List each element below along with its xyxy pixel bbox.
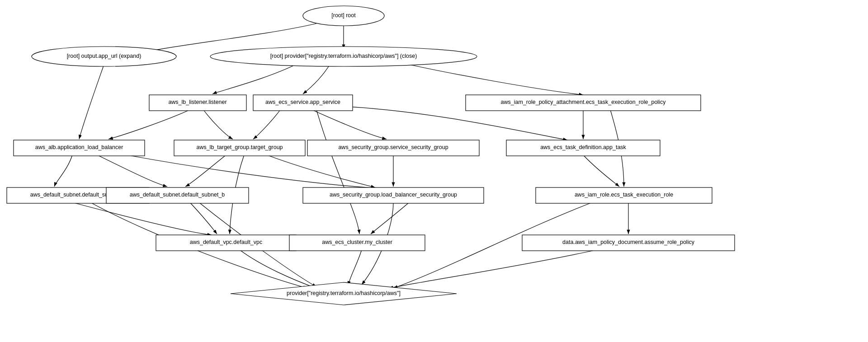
node-default-vpc: aws_default_vpc.default_vpc <box>156 235 296 251</box>
node-iam-role: aws_iam_role.ecs_task_execution_role <box>536 187 712 203</box>
dependency-graph: [root] root [root] output.app_url (expan… <box>0 0 868 342</box>
node-iam-attach-label: aws_iam_role_policy_attachment.ecs_task_… <box>501 99 666 105</box>
node-sg-lb: aws_security_group.load_balancer_securit… <box>303 187 484 203</box>
edge-ecs-service-target-group <box>253 110 280 139</box>
node-output-app-url: [root] output.app_url (expand) <box>32 47 176 66</box>
edge-subnet-a-vpc <box>72 202 212 235</box>
node-ecs-service-label: aws_ecs_service.app_service <box>265 99 340 105</box>
edge-assume-policy-provider <box>389 250 597 288</box>
node-provider-close-label: [root] provider["registry.terraform.io/h… <box>270 53 417 59</box>
node-task-def-label: aws_ecs_task_definition.app_task <box>540 144 626 150</box>
edge-lb-listener-alb <box>108 110 190 139</box>
edge-alb-subnet-b <box>97 155 167 187</box>
edge-vpc-provider <box>240 250 316 288</box>
node-default-subnet-b: aws_default_subnet.default_subnet_b <box>106 187 249 203</box>
node-sg-lb-label: aws_security_group.load_balancer_securit… <box>330 192 457 198</box>
node-ecs-task-def: aws_ecs_task_definition.app_task <box>506 140 660 156</box>
node-root: [root] root <box>303 6 384 26</box>
edge-alb-subnet-a <box>54 155 72 187</box>
node-iam-role-label: aws_iam_role.ecs_task_execution_role <box>575 192 673 198</box>
diagram-container: [root] root [root] output.app_url (expan… <box>0 0 868 342</box>
edge-output-alb <box>79 65 104 139</box>
node-aws-ecs-service: aws_ecs_service.app_service <box>253 95 353 111</box>
edge-subnet-b-vpc <box>190 202 217 234</box>
node-assume-role-policy: data.aws_iam_policy_document.assume_role… <box>522 235 735 251</box>
edge-task-def-iam-role <box>583 155 619 187</box>
node-aws-alb: aws_alb.application_load_balancer <box>14 140 145 156</box>
edge-sg-lb-cluster <box>371 202 409 234</box>
node-subnet-b-label: aws_default_subnet.default_subnet_b <box>130 192 225 198</box>
edge-provider-iam-policy-attach <box>393 61 583 95</box>
node-ecs-cluster: aws_ecs_cluster.my_cluster <box>289 235 425 251</box>
node-provider-close: [root] provider["registry.terraform.io/h… <box>210 47 477 66</box>
node-lb-listener-label: aws_lb_listener.listener <box>168 99 226 105</box>
node-output-label: [root] output.app_url (expand) <box>67 53 142 59</box>
node-alb-label: aws_alb.application_load_balancer <box>35 144 123 150</box>
edge-ecs-service-cluster <box>316 110 359 234</box>
node-root-label: [root] root <box>331 12 356 19</box>
edge-lb-listener-target-group <box>203 110 233 139</box>
edge-ecs-service-sg-service <box>312 110 387 139</box>
node-iam-role-policy-attach: aws_iam_role_policy_attachment.ecs_task_… <box>466 95 701 111</box>
edge-target-group-subnet-b <box>185 155 226 187</box>
node-cluster-label: aws_ecs_cluster.my_cluster <box>322 239 392 245</box>
edge-cluster-provider <box>348 250 362 286</box>
node-vpc-label: aws_default_vpc.default_vpc <box>190 239 263 245</box>
node-sg-service: aws_security_group.service_security_grou… <box>307 140 479 156</box>
node-lb-target-group: aws_lb_target_group.target_group <box>174 140 305 156</box>
edge-target-group-sg-lb <box>267 155 375 187</box>
edge-provider-ecs-service <box>303 64 330 94</box>
node-provider: provider["registry.terraform.io/hashicor… <box>231 282 457 305</box>
node-assume-policy-label: data.aws_iam_policy_document.assume_role… <box>562 239 695 245</box>
node-target-group-label: aws_lb_target_group.target_group <box>196 144 283 150</box>
node-aws-lb-listener: aws_lb_listener.listener <box>149 95 246 111</box>
node-provider-label: provider["registry.terraform.io/hashicor… <box>287 290 401 296</box>
node-sg-service-label: aws_security_group.service_security_grou… <box>338 144 448 150</box>
edge-provider-lb-listener <box>212 63 298 94</box>
